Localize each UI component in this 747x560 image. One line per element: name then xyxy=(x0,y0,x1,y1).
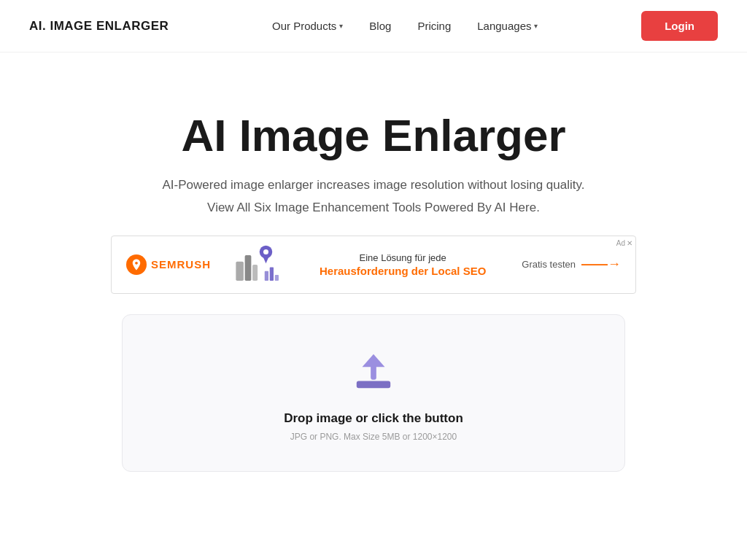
advertisement-banner: Ad ✕ SEMRUSH xyxy=(111,236,636,294)
ad-cta-arrow-icon: ——→ xyxy=(581,257,621,272)
ad-text-block: Eine Lösung für jede Herausforderung der… xyxy=(298,252,507,277)
svg-rect-0 xyxy=(236,261,244,280)
upload-dropzone[interactable]: Drop image or click the button JPG or PN… xyxy=(122,314,625,472)
ad-semrush-logo: SEMRUSH xyxy=(126,254,211,275)
close-icon[interactable]: ✕ xyxy=(627,239,632,247)
nav-pricing[interactable]: Pricing xyxy=(417,20,451,32)
svg-rect-9 xyxy=(357,381,390,388)
main-nav: Our Products ▾ Blog Pricing Languages ▾ xyxy=(272,20,538,32)
ad-tagline: Eine Lösung für jede xyxy=(298,252,507,263)
ad-cta[interactable]: Gratis testen ——→ xyxy=(522,257,621,272)
svg-point-5 xyxy=(263,249,268,254)
hero-subtitle-2: View All Six Image Enhancement Tools Pow… xyxy=(29,198,718,217)
svg-rect-2 xyxy=(252,265,258,281)
upload-drop-label: Drop image or click the button xyxy=(284,411,463,426)
nav-blog[interactable]: Blog xyxy=(369,20,391,32)
ad-close-button[interactable]: Ad ✕ xyxy=(616,239,632,247)
logo: AI. IMAGE ENLARGER xyxy=(29,19,169,34)
ad-label: Ad xyxy=(616,239,625,247)
svg-rect-8 xyxy=(275,275,279,281)
nav-our-products[interactable]: Our Products ▾ xyxy=(272,20,343,32)
hero-section: AI Image Enlarger AI-Powered image enlar… xyxy=(0,52,747,501)
svg-rect-7 xyxy=(270,267,274,280)
ad-headline: Herausforderung der Local SEO xyxy=(298,265,507,277)
svg-marker-11 xyxy=(363,354,385,366)
ad-illustration-icon xyxy=(233,239,284,290)
login-button[interactable]: Login xyxy=(641,11,718,41)
ad-cta-text: Gratis testen xyxy=(522,259,576,270)
hero-subtitle-1: AI-Powered image enlarger increases imag… xyxy=(29,175,718,195)
products-chevron-icon: ▾ xyxy=(339,22,343,30)
upload-hint: JPG or PNG. Max Size 5MB or 1200×1200 xyxy=(290,432,457,442)
upload-icon xyxy=(352,351,395,397)
svg-rect-1 xyxy=(245,254,252,280)
hero-title: AI Image Enlarger xyxy=(29,111,718,160)
semrush-brand: SEMRUSH xyxy=(151,258,211,271)
svg-rect-6 xyxy=(265,271,268,280)
svg-marker-4 xyxy=(261,253,270,263)
languages-chevron-icon: ▾ xyxy=(534,22,538,30)
semrush-icon xyxy=(126,254,147,275)
nav-languages[interactable]: Languages ▾ xyxy=(477,20,538,32)
header: AI. IMAGE ENLARGER Our Products ▾ Blog P… xyxy=(0,0,747,52)
